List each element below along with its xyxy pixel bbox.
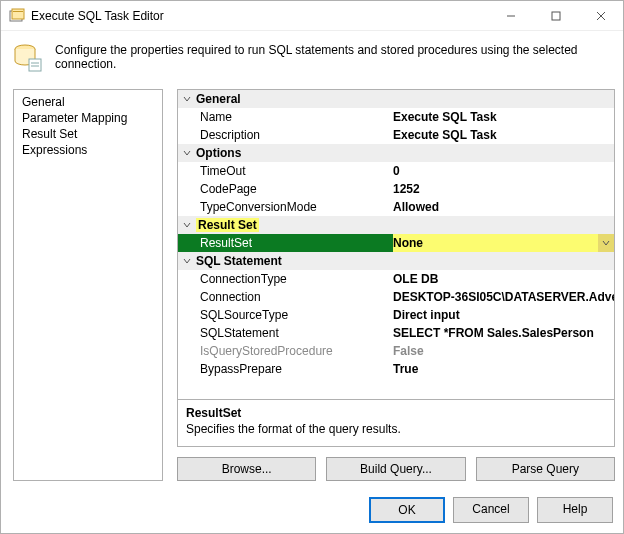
property-row[interactable]: DescriptionExecute SQL Task bbox=[178, 126, 614, 144]
property-value[interactable]: False bbox=[393, 342, 614, 360]
property-name: ConnectionType bbox=[178, 270, 393, 288]
property-rows: GeneralNameExecute SQL TaskDescriptionEx… bbox=[178, 90, 614, 399]
property-row[interactable]: BypassPrepareTrue bbox=[178, 360, 614, 378]
property-value[interactable]: Execute SQL Task bbox=[393, 126, 614, 144]
window-title: Execute SQL Task Editor bbox=[31, 9, 488, 23]
close-button[interactable] bbox=[578, 1, 623, 30]
nav-item-result-set[interactable]: Result Set bbox=[22, 126, 154, 142]
maximize-button[interactable] bbox=[533, 1, 578, 30]
category-label: Options bbox=[196, 146, 241, 160]
dialog-window: Execute SQL Task Editor Configure the pr… bbox=[0, 0, 624, 534]
property-name: BypassPrepare bbox=[178, 360, 393, 378]
chevron-down-icon[interactable] bbox=[182, 94, 192, 104]
nav-item-parameter-mapping[interactable]: Parameter Mapping bbox=[22, 110, 154, 126]
dialog-footer: OK Cancel Help bbox=[1, 489, 623, 533]
property-row[interactable]: IsQueryStoredProcedureFalse bbox=[178, 342, 614, 360]
info-bar: Configure the properties required to run… bbox=[1, 31, 623, 89]
chevron-down-icon[interactable] bbox=[182, 148, 192, 158]
property-name: IsQueryStoredProcedure bbox=[178, 342, 393, 360]
build-query-button[interactable]: Build Query... bbox=[326, 457, 465, 481]
info-text: Configure the properties required to run… bbox=[55, 43, 613, 71]
property-value[interactable]: Execute SQL Task bbox=[393, 108, 614, 126]
navigation-panel: GeneralParameter MappingResult SetExpres… bbox=[13, 89, 163, 481]
property-row[interactable]: NameExecute SQL Task bbox=[178, 108, 614, 126]
property-row[interactable]: TimeOut0 bbox=[178, 162, 614, 180]
property-grid: GeneralNameExecute SQL TaskDescriptionEx… bbox=[177, 89, 615, 447]
nav-item-expressions[interactable]: Expressions bbox=[22, 142, 154, 158]
property-row[interactable]: ConnectionTypeOLE DB bbox=[178, 270, 614, 288]
property-row[interactable]: ConnectionDESKTOP-36SI05C\DATASERVER.Adv… bbox=[178, 288, 614, 306]
dropdown-button[interactable] bbox=[598, 234, 614, 252]
task-icon bbox=[11, 41, 43, 73]
body-area: GeneralParameter MappingResult SetExpres… bbox=[1, 89, 623, 489]
category-label: Result Set bbox=[196, 218, 259, 232]
property-name: Name bbox=[178, 108, 393, 126]
property-name: TimeOut bbox=[178, 162, 393, 180]
category-header[interactable]: SQL Statement bbox=[178, 252, 614, 270]
browse-button[interactable]: Browse... bbox=[177, 457, 316, 481]
property-name: SQLSourceType bbox=[178, 306, 393, 324]
parse-query-button[interactable]: Parse Query bbox=[476, 457, 615, 481]
category-label: SQL Statement bbox=[196, 254, 282, 268]
svg-rect-4 bbox=[552, 12, 560, 20]
property-name: CodePage bbox=[178, 180, 393, 198]
property-name: ResultSet bbox=[178, 234, 393, 252]
right-panel: GeneralNameExecute SQL TaskDescriptionEx… bbox=[177, 89, 615, 481]
property-value[interactable]: DESKTOP-36SI05C\DATASERVER.AdventureW bbox=[393, 288, 614, 306]
property-value[interactable]: SELECT *FROM Sales.SalesPerson bbox=[393, 324, 614, 342]
svg-rect-1 bbox=[12, 9, 24, 19]
help-text: Specifies the format of the query result… bbox=[186, 422, 606, 436]
property-row[interactable]: TypeConversionModeAllowed bbox=[178, 198, 614, 216]
category-label: General bbox=[196, 92, 241, 106]
property-value[interactable]: 1252 bbox=[393, 180, 614, 198]
help-button[interactable]: Help bbox=[537, 497, 613, 523]
cancel-button[interactable]: Cancel bbox=[453, 497, 529, 523]
category-header[interactable]: General bbox=[178, 90, 614, 108]
titlebar: Execute SQL Task Editor bbox=[1, 1, 623, 31]
help-box: ResultSet Specifies the format of the qu… bbox=[178, 399, 614, 446]
property-row[interactable]: CodePage1252 bbox=[178, 180, 614, 198]
property-name: Connection bbox=[178, 288, 393, 306]
category-header[interactable]: Result Set bbox=[178, 216, 614, 234]
chevron-down-icon[interactable] bbox=[182, 256, 192, 266]
property-value[interactable]: Allowed bbox=[393, 198, 614, 216]
ok-button[interactable]: OK bbox=[369, 497, 445, 523]
svg-rect-8 bbox=[29, 59, 41, 71]
category-header[interactable]: Options bbox=[178, 144, 614, 162]
window-controls bbox=[488, 1, 623, 30]
property-name: TypeConversionMode bbox=[178, 198, 393, 216]
nav-item-general[interactable]: General bbox=[22, 94, 154, 110]
property-row[interactable]: SQLStatementSELECT *FROM Sales.SalesPers… bbox=[178, 324, 614, 342]
property-row[interactable]: SQLSourceTypeDirect input bbox=[178, 306, 614, 324]
chevron-down-icon[interactable] bbox=[182, 220, 192, 230]
minimize-button[interactable] bbox=[488, 1, 533, 30]
app-icon bbox=[9, 8, 25, 24]
property-name: SQLStatement bbox=[178, 324, 393, 342]
query-button-row: Browse... Build Query... Parse Query bbox=[177, 457, 615, 481]
property-value[interactable]: True bbox=[393, 360, 614, 378]
property-name: Description bbox=[178, 126, 393, 144]
property-value[interactable]: Direct input bbox=[393, 306, 614, 324]
property-value[interactable]: None bbox=[393, 234, 614, 252]
help-title: ResultSet bbox=[186, 406, 606, 420]
svg-rect-2 bbox=[13, 11, 23, 12]
property-value[interactable]: 0 bbox=[393, 162, 614, 180]
property-value[interactable]: OLE DB bbox=[393, 270, 614, 288]
property-row[interactable]: ResultSetNone bbox=[178, 234, 614, 252]
